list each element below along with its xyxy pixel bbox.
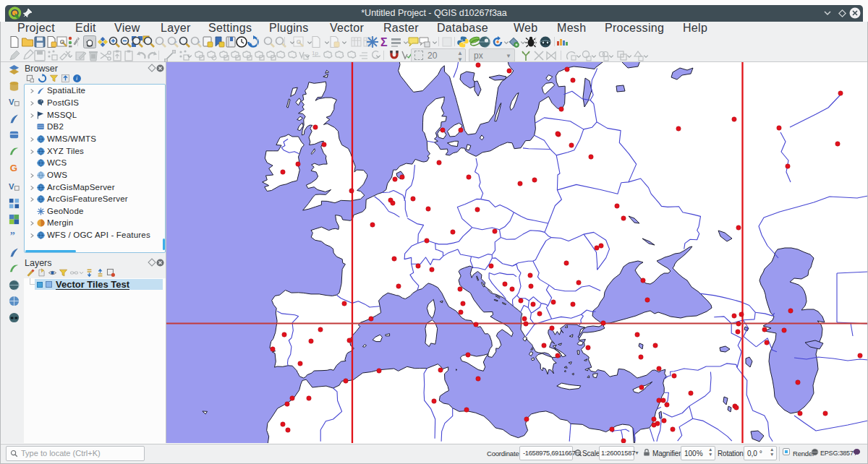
- svg-text:1p: 1p: [312, 50, 318, 56]
- svg-text:G: G: [10, 163, 17, 173]
- svg-text:i: i: [76, 75, 77, 82]
- svg-text:”: ”: [10, 230, 15, 241]
- svg-text:V: V: [9, 182, 14, 191]
- svg-text:V: V: [9, 98, 14, 106]
- svg-text:Σ: Σ: [380, 36, 388, 48]
